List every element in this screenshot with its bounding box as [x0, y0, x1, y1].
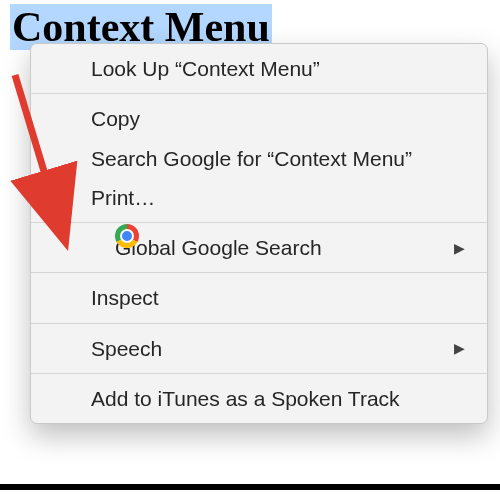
context-menu: Look Up “Context Menu” Copy Search Googl…: [30, 43, 488, 424]
menu-item-speech[interactable]: Speech ▶: [31, 329, 487, 368]
menu-item-label: Inspect: [91, 284, 159, 311]
menu-item-label: Look Up “Context Menu”: [91, 55, 320, 82]
menu-item-search-google[interactable]: Search Google for “Context Menu”: [31, 139, 487, 178]
menu-item-lookup[interactable]: Look Up “Context Menu”: [31, 49, 487, 88]
menu-item-add-to-itunes[interactable]: Add to iTunes as a Spoken Track: [31, 379, 487, 418]
menu-separator: [31, 373, 487, 374]
menu-item-global-google-search[interactable]: Global Google Search ▶: [31, 228, 487, 267]
menu-item-label: Search Google for “Context Menu”: [91, 145, 412, 172]
menu-separator: [31, 272, 487, 273]
menu-separator: [31, 323, 487, 324]
page-bottom-border: [0, 484, 500, 490]
chrome-icon: [115, 224, 139, 248]
menu-item-label: Add to iTunes as a Spoken Track: [91, 385, 400, 412]
menu-item-print[interactable]: Print…: [31, 178, 487, 217]
submenu-arrow-icon: ▶: [454, 239, 465, 257]
menu-item-label: Global Google Search: [115, 234, 322, 261]
menu-separator: [31, 222, 487, 223]
menu-separator: [31, 93, 487, 94]
submenu-arrow-icon: ▶: [454, 339, 465, 357]
menu-item-inspect[interactable]: Inspect: [31, 278, 487, 317]
menu-item-copy[interactable]: Copy: [31, 99, 487, 138]
menu-item-label: Print…: [91, 184, 155, 211]
menu-item-label: Copy: [91, 105, 140, 132]
menu-item-label: Speech: [91, 335, 162, 362]
